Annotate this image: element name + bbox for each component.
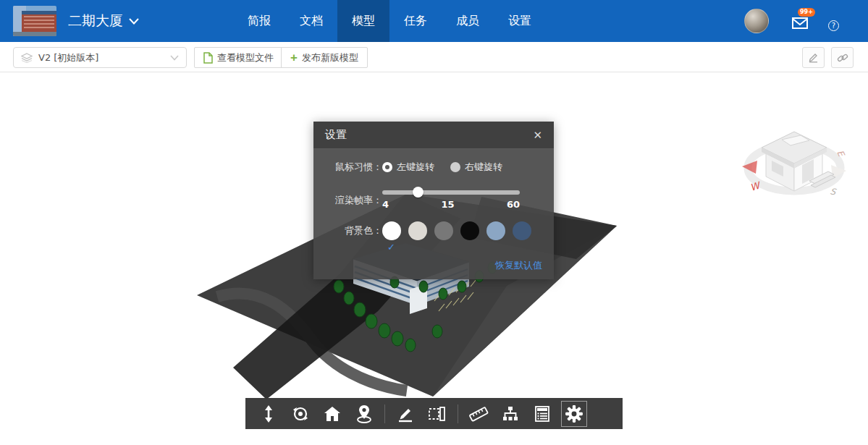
swatch-gray[interactable] bbox=[434, 221, 453, 240]
model-viewport[interactable]: W E S 设置 ✕ 鼠标习惯： 左键旋转 bbox=[0, 72, 868, 445]
location-pin-icon bbox=[355, 404, 373, 423]
sheet-list-button[interactable] bbox=[526, 398, 558, 429]
share-link-button[interactable] bbox=[831, 47, 854, 68]
gear-icon bbox=[565, 404, 583, 423]
background-color-row: 背景色： ✓ bbox=[313, 221, 554, 240]
viewer-toolbar bbox=[245, 398, 623, 429]
orbit-icon bbox=[292, 405, 309, 423]
radio-right-rotate-label: 右键旋转 bbox=[465, 161, 502, 174]
version-value: V2 [初始版本] bbox=[38, 51, 164, 64]
restore-defaults-link[interactable]: 恢复默认值 bbox=[495, 260, 542, 271]
publish-new-version-label: 发布新版模型 bbox=[302, 51, 358, 64]
version-bar: V2 [初始版本] 查看模型文件 + 发布新版模型 bbox=[0, 42, 868, 72]
view-model-files-label: 查看模型文件 bbox=[217, 51, 274, 64]
markup-button[interactable] bbox=[389, 398, 421, 429]
messages-button[interactable] bbox=[792, 17, 811, 32]
tick-max: 60 bbox=[507, 199, 520, 210]
tick-mid: 15 bbox=[441, 199, 454, 210]
publish-new-version-button[interactable]: + 发布新版模型 bbox=[281, 47, 368, 68]
tick-min: 4 bbox=[382, 199, 389, 210]
settings-dialog: 设置 ✕ 鼠标习惯： 左键旋转 右键旋转 渲染帧率： 4 15 bbox=[313, 122, 554, 279]
home-view-button[interactable] bbox=[316, 398, 348, 429]
swatch-light-gray[interactable] bbox=[408, 221, 427, 240]
pan-vertical-button[interactable] bbox=[253, 398, 285, 429]
background-color-label: 背景色： bbox=[313, 224, 382, 237]
plus-icon: + bbox=[290, 51, 298, 64]
project-photo bbox=[13, 6, 56, 36]
swatch-white[interactable]: ✓ bbox=[382, 221, 401, 240]
question-mark-icon: ? bbox=[832, 22, 835, 30]
chevron-down-icon bbox=[129, 18, 139, 25]
tree-structure-icon bbox=[502, 405, 519, 423]
slider-thumb[interactable] bbox=[413, 187, 424, 198]
pencil-icon bbox=[808, 52, 819, 63]
dialog-title: 设置 bbox=[325, 128, 533, 142]
version-dropdown[interactable]: V2 [初始版本] bbox=[13, 47, 187, 68]
main-nav: 简报 文档 模型 任务 成员 设置 bbox=[233, 0, 546, 42]
list-icon bbox=[534, 405, 551, 423]
unread-count-badge: 99+ bbox=[798, 8, 815, 17]
tab-model[interactable]: 模型 bbox=[337, 0, 389, 42]
location-button[interactable] bbox=[348, 398, 380, 429]
measure-button[interactable] bbox=[463, 398, 494, 429]
project-thumbnail[interactable] bbox=[13, 6, 56, 36]
chevron-down-icon bbox=[170, 55, 179, 61]
envelope-icon bbox=[792, 17, 808, 29]
radio-right-rotate[interactable]: 右键旋转 bbox=[450, 161, 502, 174]
orbit-button[interactable] bbox=[285, 398, 316, 429]
avatar[interactable] bbox=[744, 9, 769, 33]
radio-unselected-icon bbox=[450, 162, 460, 172]
tab-brief[interactable]: 简报 bbox=[233, 0, 285, 42]
home-icon bbox=[324, 405, 341, 423]
toolbar-divider bbox=[384, 404, 385, 423]
color-swatches: ✓ bbox=[382, 221, 531, 240]
tab-members[interactable]: 成员 bbox=[442, 0, 494, 42]
swatch-black[interactable] bbox=[460, 221, 479, 240]
view-cube[interactable]: W E S bbox=[740, 110, 848, 204]
project-name: 二期大厦 bbox=[68, 12, 123, 30]
radio-left-rotate[interactable]: 左键旋转 bbox=[382, 161, 434, 174]
frame-rate-label: 渲染帧率： bbox=[313, 194, 382, 207]
close-icon[interactable]: ✕ bbox=[533, 129, 542, 142]
compass-s: S bbox=[829, 186, 838, 198]
ruler-icon bbox=[468, 405, 489, 423]
radio-selected-icon bbox=[382, 162, 392, 172]
check-icon: ✓ bbox=[387, 242, 395, 253]
radio-left-rotate-label: 左键旋转 bbox=[397, 161, 434, 174]
frame-rate-slider-group: 4 15 60 bbox=[382, 187, 520, 210]
restore-defaults-row: 恢复默认值 bbox=[495, 258, 542, 272]
section-plane-icon bbox=[428, 405, 447, 423]
house-glyph bbox=[762, 132, 835, 191]
frame-rate-row: 渲染帧率： 4 15 60 bbox=[313, 187, 554, 210]
app-header: 二期大厦 简报 文档 模型 任务 成员 设置 99+ ? bbox=[0, 0, 868, 42]
tab-tasks[interactable]: 任务 bbox=[389, 0, 442, 42]
frame-rate-ticks: 4 15 60 bbox=[382, 199, 520, 210]
project-switcher[interactable]: 二期大厦 bbox=[68, 0, 139, 42]
layers-icon bbox=[21, 53, 33, 63]
structure-tree-button[interactable] bbox=[494, 398, 526, 429]
viewer-settings-button[interactable] bbox=[561, 401, 587, 427]
frame-rate-slider[interactable] bbox=[382, 190, 520, 195]
settings-dialog-header: 设置 ✕ bbox=[313, 122, 554, 149]
link-icon bbox=[837, 52, 848, 64]
swatch-dark-blue[interactable] bbox=[513, 221, 531, 240]
help-button[interactable]: ? bbox=[828, 20, 839, 31]
pencil-icon bbox=[397, 405, 414, 423]
swatch-steel-blue[interactable] bbox=[486, 221, 505, 240]
rename-version-button[interactable] bbox=[802, 47, 825, 68]
section-button[interactable] bbox=[421, 398, 453, 429]
up-down-arrow-icon bbox=[261, 405, 277, 423]
tab-settings[interactable]: 设置 bbox=[494, 0, 546, 42]
mouse-habit-row: 鼠标习惯： 左键旋转 右键旋转 bbox=[313, 161, 554, 174]
toolbar-divider bbox=[458, 404, 458, 423]
view-model-files-button[interactable]: 查看模型文件 bbox=[194, 47, 283, 68]
tab-documents[interactable]: 文档 bbox=[285, 0, 337, 42]
file-icon bbox=[203, 52, 213, 64]
mouse-habit-label: 鼠标习惯： bbox=[313, 161, 382, 174]
